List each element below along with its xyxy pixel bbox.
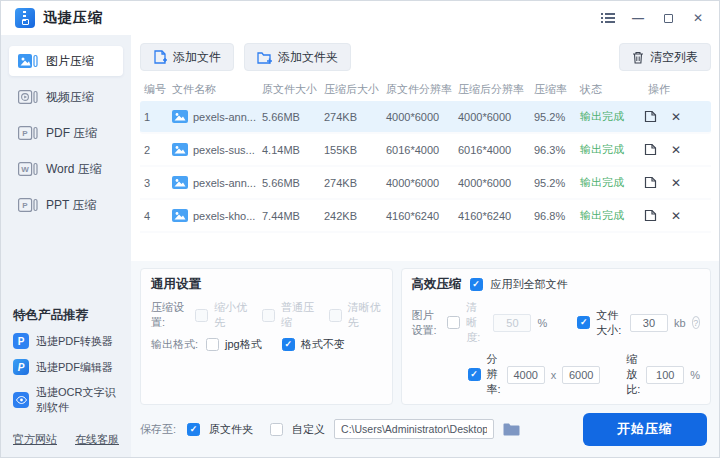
jpg-format-checkbox[interactable] bbox=[206, 338, 219, 351]
add-file-icon bbox=[153, 50, 167, 64]
original-folder-checkbox[interactable] bbox=[187, 423, 200, 436]
cell-rate: 95.2% bbox=[530, 111, 576, 123]
col-rate: 压缩率 bbox=[530, 82, 576, 97]
product-label: 迅捷PDF编辑器 bbox=[36, 360, 113, 375]
cell-no: 4 bbox=[140, 210, 168, 222]
sidebar-item-pdf-compress[interactable]: P PDF 压缩 bbox=[9, 118, 123, 148]
cell-name: pexels-sus... bbox=[168, 143, 258, 156]
table-row[interactable]: 4 pexels-kho... 7.44MB 242KB 4160*6240 4… bbox=[140, 200, 711, 233]
delete-row-icon[interactable]: ✕ bbox=[671, 110, 681, 124]
file-size-input[interactable] bbox=[630, 314, 668, 332]
ocr-eye-icon bbox=[13, 392, 29, 408]
cell-rate: 95.2% bbox=[530, 177, 576, 189]
sidebar-item-image-compress[interactable]: 图片压缩 bbox=[9, 46, 123, 76]
sidebar: 图片压缩 视频压缩 P PDF 压缩 W Word 压缩 bbox=[1, 35, 131, 457]
cell-ops: ✕ bbox=[636, 209, 711, 223]
close-icon[interactable]: ✕ bbox=[691, 11, 705, 25]
scale-input[interactable] bbox=[646, 366, 684, 384]
product-pdf-editor[interactable]: P 迅捷PDF编辑器 bbox=[1, 354, 131, 380]
delete-row-icon[interactable]: ✕ bbox=[671, 143, 681, 157]
open-file-icon[interactable] bbox=[644, 143, 657, 156]
delete-row-icon[interactable]: ✕ bbox=[671, 176, 681, 190]
cell-comp-size: 274KB bbox=[320, 111, 382, 123]
col-orig-size: 原文件大小 bbox=[258, 82, 320, 97]
product-ocr[interactable]: 迅捷OCR文字识别软件 bbox=[1, 380, 131, 420]
add-file-label: 添加文件 bbox=[173, 49, 221, 66]
resolution-width-input[interactable] bbox=[507, 366, 545, 384]
add-folder-button[interactable]: 添加文件夹 bbox=[244, 43, 351, 71]
cell-comp-res: 4160*6240 bbox=[454, 210, 530, 222]
bottom-bar: 保存至: 原文件夹 自定义 开始压缩 bbox=[131, 409, 719, 457]
resolution-checkbox[interactable] bbox=[468, 368, 481, 381]
clear-list-label: 清空列表 bbox=[650, 49, 698, 66]
maximize-icon[interactable] bbox=[661, 11, 675, 25]
add-file-button[interactable]: 添加文件 bbox=[140, 43, 234, 71]
cell-comp-size: 155KB bbox=[320, 144, 382, 156]
minimize-icon[interactable]: — bbox=[631, 11, 645, 25]
normal-compress-checkbox[interactable] bbox=[262, 309, 275, 322]
ppt-compress-icon: P bbox=[18, 197, 38, 213]
output-format-row: 输出格式: jpg格式 格式不变 bbox=[151, 337, 382, 352]
keep-format-checkbox[interactable] bbox=[282, 338, 295, 351]
open-file-icon[interactable] bbox=[644, 209, 657, 222]
keep-format-label: 格式不变 bbox=[301, 337, 345, 352]
image-settings-label: 图片设置: bbox=[412, 308, 440, 338]
cell-orig-res: 6016*4000 bbox=[382, 144, 454, 156]
resolution-height-input[interactable] bbox=[562, 366, 600, 384]
image-thumb-icon bbox=[172, 209, 188, 222]
sidebar-item-ppt-compress[interactable]: P PPT 压缩 bbox=[9, 190, 123, 220]
sidebar-item-video-compress[interactable]: 视频压缩 bbox=[9, 82, 123, 112]
normal-compress-label: 普通压缩 bbox=[281, 300, 315, 330]
image-thumb-icon bbox=[172, 176, 188, 189]
cell-rate: 96.3% bbox=[530, 144, 576, 156]
table-row[interactable]: 1 pexels-ann... 5.66MB 274KB 4000*6000 4… bbox=[140, 101, 711, 134]
status-badge: 输出完成 bbox=[576, 208, 636, 223]
clarity-priority-label: 清晰优先 bbox=[348, 300, 382, 330]
apply-all-checkbox[interactable] bbox=[470, 278, 483, 291]
open-file-icon[interactable] bbox=[644, 176, 657, 189]
cell-orig-res: 4000*6000 bbox=[382, 111, 454, 123]
delete-row-icon[interactable]: ✕ bbox=[671, 209, 681, 223]
menu-icon[interactable] bbox=[601, 11, 615, 25]
clear-list-button[interactable]: 清空列表 bbox=[619, 43, 711, 71]
shrink-priority-checkbox[interactable] bbox=[195, 309, 208, 322]
file-size-checkbox[interactable] bbox=[577, 316, 590, 329]
online-support-link[interactable]: 在线客服 bbox=[75, 432, 119, 447]
image-settings-row1: 图片设置: 清晰度: % 文件大小: kb ? bbox=[412, 300, 700, 345]
product-label: 迅捷PDF转换器 bbox=[36, 334, 113, 349]
image-thumb-icon bbox=[172, 143, 188, 156]
svg-text:W: W bbox=[21, 165, 29, 174]
status-badge: 输出完成 bbox=[576, 175, 636, 190]
save-to-label: 保存至: bbox=[140, 422, 176, 437]
custom-folder-checkbox[interactable] bbox=[270, 423, 283, 436]
general-settings-panel: 通用设置 压缩设置: 缩小优先 普通压缩 清晰优先 输出格式: jpg格式 bbox=[140, 268, 393, 405]
start-compress-button[interactable]: 开始压缩 bbox=[583, 413, 707, 446]
cell-comp-res: 4000*6000 bbox=[454, 111, 530, 123]
sidebar-item-word-compress[interactable]: W Word 压缩 bbox=[9, 154, 123, 184]
app-title: 迅捷压缩 bbox=[43, 9, 103, 27]
app-window: 迅捷压缩 — ✕ 图片压缩 视频压缩 bbox=[0, 0, 720, 458]
table-row[interactable]: 2 pexels-sus... 4.14MB 155KB 6016*4000 6… bbox=[140, 134, 711, 167]
shrink-priority-label: 缩小优先 bbox=[214, 300, 248, 330]
official-site-link[interactable]: 官方网站 bbox=[13, 432, 57, 447]
save-path-input[interactable] bbox=[334, 419, 494, 439]
clarity-input[interactable] bbox=[493, 314, 531, 332]
sidebar-item-label: PPT 压缩 bbox=[46, 197, 96, 214]
cell-ops: ✕ bbox=[636, 176, 711, 190]
window-controls: — ✕ bbox=[601, 11, 705, 25]
clarity-priority-checkbox[interactable] bbox=[329, 309, 342, 322]
sidebar-links: 官方网站 在线客服 bbox=[1, 420, 131, 451]
efficient-compress-panel: 高效压缩 应用到全部文件 图片设置: 清晰度: % 文件大小: kb bbox=[401, 268, 711, 405]
table-row[interactable]: 3 pexels-ann... 5.66MB 274KB 4000*6000 4… bbox=[140, 167, 711, 200]
add-folder-label: 添加文件夹 bbox=[278, 49, 338, 66]
scale-label: 缩放比: bbox=[626, 352, 640, 397]
main-content: 添加文件 添加文件夹 清空列表 bbox=[131, 35, 719, 457]
clarity-checkbox[interactable] bbox=[447, 316, 460, 329]
open-file-icon[interactable] bbox=[644, 110, 657, 123]
browse-folder-icon[interactable] bbox=[503, 423, 520, 436]
help-icon[interactable]: ? bbox=[692, 316, 700, 329]
product-pdf-converter[interactable]: P 迅捷PDF转换器 bbox=[1, 328, 131, 354]
cell-comp-res: 4000*6000 bbox=[454, 177, 530, 189]
cell-rate: 96.8% bbox=[530, 210, 576, 222]
cell-name: pexels-ann... bbox=[168, 110, 258, 123]
